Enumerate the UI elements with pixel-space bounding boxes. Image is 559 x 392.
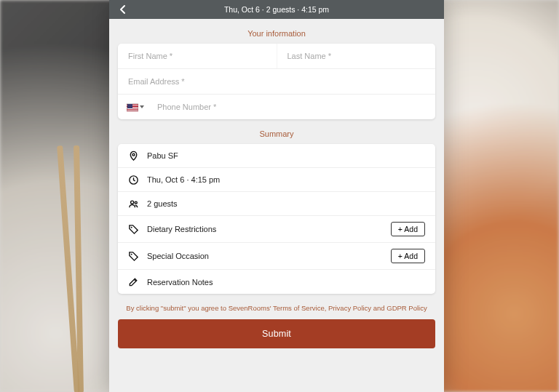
svg-point-3 bbox=[135, 201, 137, 204]
tag-icon bbox=[128, 224, 139, 235]
us-flag-icon[interactable] bbox=[127, 103, 138, 111]
svg-point-2 bbox=[131, 201, 134, 204]
location-pin-icon bbox=[128, 151, 139, 161]
legal-text: By clicking "submit" you agree to SevenR… bbox=[118, 304, 435, 312]
summary-card: Pabu SF Thu, Oct 6 · 4:15 pm 2 guests Di… bbox=[118, 144, 435, 294]
svg-point-0 bbox=[132, 153, 135, 156]
legal-prefix: By clicking "submit" you agree to SevenR… bbox=[126, 304, 273, 312]
phone-input[interactable] bbox=[147, 95, 435, 119]
chevron-left-icon bbox=[119, 4, 127, 15]
info-card bbox=[118, 44, 435, 119]
email-input[interactable] bbox=[118, 69, 435, 94]
tag-icon bbox=[128, 251, 139, 262]
chevron-down-icon[interactable] bbox=[140, 105, 144, 108]
add-occasion-button[interactable]: + Add bbox=[391, 249, 425, 263]
notes-label[interactable]: Reservation Notes bbox=[147, 278, 425, 287]
guests-label: 2 guests bbox=[147, 199, 425, 208]
phone-row bbox=[118, 95, 435, 119]
dietary-row: Dietary Restrictions + Add bbox=[118, 216, 435, 243]
venue-label: Pabu SF bbox=[147, 151, 425, 160]
privacy-link[interactable]: Privacy Policy bbox=[328, 304, 371, 312]
venue-row: Pabu SF bbox=[118, 144, 435, 168]
submit-button[interactable]: Submit bbox=[118, 319, 435, 348]
guests-row: 2 guests bbox=[118, 192, 435, 216]
add-dietary-button[interactable]: + Add bbox=[391, 222, 425, 236]
tos-link[interactable]: Terms of Service bbox=[273, 304, 325, 312]
occasion-label: Special Occasion bbox=[147, 252, 383, 260]
guests-icon bbox=[128, 199, 139, 209]
gdpr-link[interactable]: GDPR Policy bbox=[386, 304, 427, 312]
occasion-row: Special Occasion + Add bbox=[118, 243, 435, 270]
back-button[interactable] bbox=[116, 3, 130, 16]
header-summary: Thu, Oct 6 · 2 guests · 4:15 pm bbox=[224, 5, 329, 14]
email-row bbox=[118, 69, 435, 95]
form-scroll-area: Your information Summary Pabu SF bbox=[109, 19, 444, 392]
first-name-input[interactable] bbox=[118, 44, 277, 68]
datetime-row: Thu, Oct 6 · 4:15 pm bbox=[118, 168, 435, 192]
clock-icon bbox=[128, 175, 139, 185]
reservation-panel: Thu, Oct 6 · 2 guests · 4:15 pm Your inf… bbox=[109, 0, 444, 392]
header-bar: Thu, Oct 6 · 2 guests · 4:15 pm bbox=[109, 0, 444, 19]
svg-point-4 bbox=[131, 226, 132, 228]
dietary-label: Dietary Restrictions bbox=[147, 225, 383, 233]
name-row bbox=[118, 44, 435, 69]
pencil-icon bbox=[128, 276, 139, 287]
summary-title: Summary bbox=[118, 129, 435, 138]
svg-point-5 bbox=[131, 253, 132, 255]
your-information-title: Your information bbox=[118, 29, 435, 38]
datetime-label: Thu, Oct 6 · 4:15 pm bbox=[147, 175, 425, 184]
last-name-input[interactable] bbox=[277, 44, 436, 68]
notes-row: Reservation Notes bbox=[118, 270, 435, 294]
